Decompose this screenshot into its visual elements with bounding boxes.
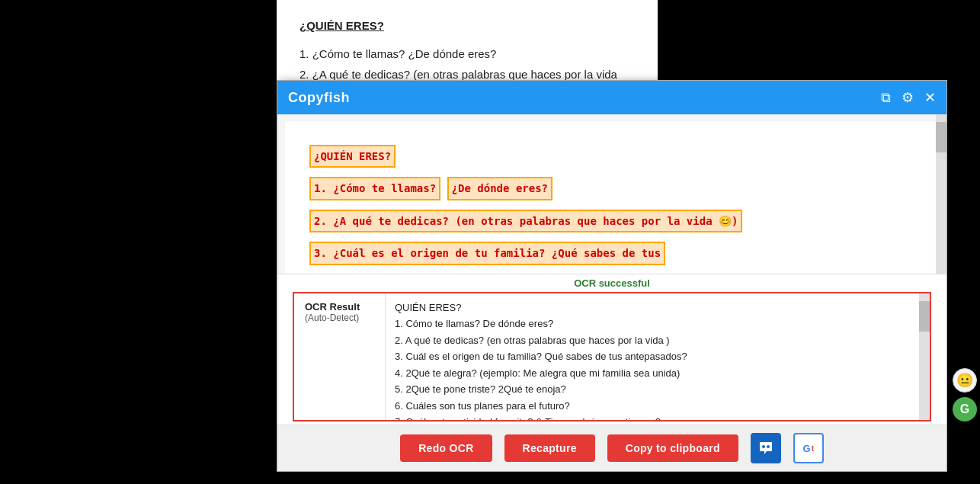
- ocr-line-5: 5. 2Qué te pone triste? 2Qué te enoja?: [395, 381, 910, 397]
- bg-title: ¿QUIÉN ERES?: [299, 15, 635, 36]
- side-icons: 😐 G: [953, 368, 977, 421]
- ocr-line-7: 7. Cuál es tu actividad favorita? & Tien…: [395, 414, 910, 420]
- svg-marker-0: [760, 442, 772, 454]
- ocr-result-scrollbar[interactable]: [919, 293, 930, 420]
- ocr-success-banner: OCR successful: [277, 274, 946, 292]
- preview-line1: ¿QUIÉN ERES?: [308, 143, 916, 169]
- copyfish-logo-button[interactable]: [751, 433, 781, 463]
- svg-point-1: [762, 445, 765, 448]
- ocr-result-text[interactable]: QUIÉN ERES? 1. Cómo te llamas? De dónde …: [386, 293, 919, 420]
- preview-line2: 1. ¿Cómo te llamas? ¿De dónde eres?: [308, 175, 916, 201]
- ocr-line-2: 2. A qué te dedicas? (en otras palabras …: [395, 332, 910, 348]
- external-link-icon[interactable]: ⧉: [881, 91, 891, 104]
- preview-highlight-2: 1. ¿Cómo te llamas?: [309, 177, 440, 200]
- ocr-line-4: 4. 2Qué te alegra? (ejemplo: Me alegra q…: [395, 365, 910, 381]
- preview-line3: 2. ¿A qué te dedicas? (en otras palabras…: [308, 208, 916, 234]
- google-translate-button[interactable]: G t: [793, 433, 824, 463]
- preview-highlight-1: ¿QUIÉN ERES?: [309, 145, 396, 168]
- preview-inner: ¿QUIÉN ERES? 1. ¿Cómo te llamas? ¿De dón…: [285, 122, 939, 274]
- preview-highlight-3: ¿De dónde eres?: [447, 177, 552, 200]
- ocr-result-wrapper: OCR Result (Auto-Detect) QUIÉN ERES? 1. …: [285, 292, 939, 421]
- preview-highlight-4: 2. ¿A qué te dedicas? (en otras palabras…: [309, 210, 742, 232]
- neutral-face-icon[interactable]: 😐: [953, 368, 977, 393]
- copyfish-dialog: Copyfish ⧉ ⚙ ✕ ¿QUIÉN ERES? 1. ¿Cómo te …: [277, 80, 947, 472]
- ocr-line-0: QUIÉN ERES?: [395, 300, 910, 316]
- ocr-result-label: OCR Result (Auto-Detect): [294, 293, 386, 420]
- settings-icon[interactable]: ⚙: [902, 91, 914, 104]
- preview-area: ¿QUIÉN ERES? 1. ¿Cómo te llamas? ¿De dón…: [277, 114, 946, 274]
- preview-line4: 3. ¿Cuál es el origen de tu familia? ¿Qu…: [308, 240, 916, 266]
- ocr-line-1: 1. Cómo te llamas? De dónde eres?: [395, 316, 910, 332]
- ocr-line-6: 6. Cuáles son tus planes para el futuro?: [395, 398, 910, 414]
- copy-to-clipboard-button[interactable]: Copy to clipboard: [607, 434, 738, 462]
- dialog-header: Copyfish ⧉ ⚙ ✕: [277, 81, 946, 114]
- dialog-header-icons: ⧉ ⚙ ✕: [881, 91, 936, 104]
- bg-item1: 1. ¿Cómo te llamas? ¿De dónde eres?: [299, 43, 635, 64]
- ocr-result-container: OCR Result (Auto-Detect) QUIÉN ERES? 1. …: [293, 292, 931, 421]
- svg-point-2: [767, 445, 770, 448]
- recapture-button[interactable]: Recapture: [504, 434, 595, 462]
- ocr-line-3: 3. Cuál es el origen de tu familia? Qué …: [395, 348, 910, 364]
- google-icon[interactable]: G: [953, 397, 977, 421]
- close-icon[interactable]: ✕: [924, 91, 936, 104]
- dialog-title: Copyfish: [288, 90, 350, 106]
- ocr-result-scrollbar-thumb[interactable]: [919, 301, 930, 332]
- preview-scrollbar-thumb[interactable]: [936, 122, 946, 152]
- preview-line5: antepasados?: [308, 273, 916, 274]
- bottom-toolbar: Redo OCR Recapture Copy to clipboard G t: [277, 425, 946, 471]
- preview-scrollbar[interactable]: [936, 114, 946, 274]
- redo-ocr-button[interactable]: Redo OCR: [400, 434, 492, 462]
- preview-highlight-5: 3. ¿Cuál es el origen de tu familia? ¿Qu…: [309, 242, 665, 264]
